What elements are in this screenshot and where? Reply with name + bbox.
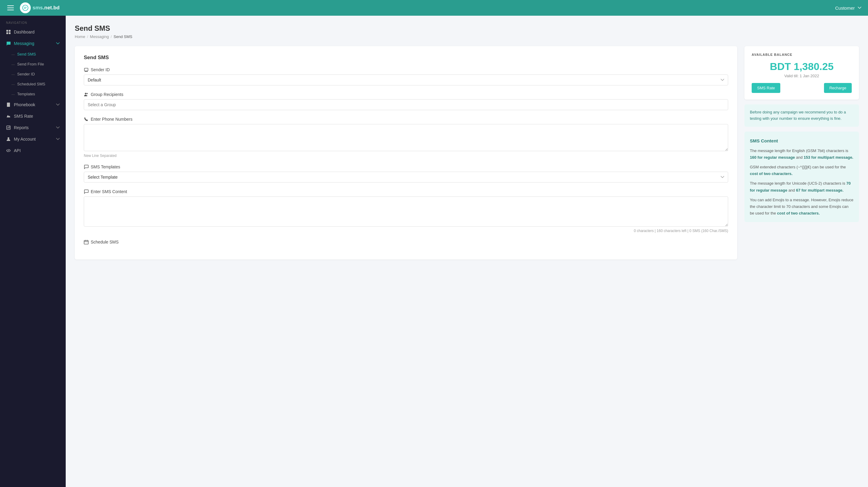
messaging-icon [6, 41, 11, 46]
phone-numbers-group: Enter Phone Numbers New Line Separated [84, 117, 728, 158]
phone-numbers-textarea[interactable] [84, 124, 728, 151]
api-icon [6, 148, 11, 153]
recharge-button[interactable]: Recharge [824, 83, 852, 93]
sms-info-p2: GSM extended characters (~^{}[]|€) can b… [750, 164, 854, 177]
chevron-down-icon [857, 5, 862, 10]
my-account-icon [6, 137, 11, 142]
group-recipients-input[interactable] [84, 99, 728, 110]
top-navigation: sms.net.bd Customer [0, 0, 868, 16]
sidebar: NAVIGATION Dashboard Messaging Send SMS … [0, 16, 66, 487]
sender-id-select[interactable]: Default [84, 75, 728, 85]
breadcrumb: Home / Messaging / Send SMS [75, 34, 859, 39]
breadcrumb-section[interactable]: Messaging [90, 34, 109, 39]
breadcrumb-sep: / [87, 34, 88, 39]
svg-rect-3 [6, 32, 8, 34]
info-text: Before doing any campaign we recommend y… [750, 110, 846, 121]
group-icon [84, 92, 89, 97]
right-panel: AVAILABLE BALANCE BDT 1,380.25 Valid til… [744, 46, 859, 222]
sidebar-subitem-send-sms[interactable]: Send SMS [0, 49, 66, 59]
sidebar-subitem-label: Send From File [17, 62, 44, 66]
sidebar-item-label: SMS Rate [14, 114, 33, 119]
top-nav-left: sms.net.bd [6, 2, 60, 13]
phone-icon [84, 117, 89, 122]
sidebar-item-my-account[interactable]: My Account [0, 133, 66, 145]
hamburger-button[interactable] [6, 4, 15, 11]
balance-value: 1,380.25 [794, 61, 833, 72]
svg-rect-1 [6, 30, 8, 32]
logo-text: sms.net.bd [33, 5, 60, 11]
chevron-icon [56, 126, 60, 130]
svg-rect-2 [9, 30, 10, 32]
sidebar-subitem-label: Templates [17, 92, 35, 96]
main-content: Send SMS Home / Messaging / Send SMS Sen… [66, 16, 868, 487]
sidebar-item-label: API [14, 148, 21, 153]
send-sms-card: Send SMS Sender ID Default Group Rec [75, 46, 737, 259]
sms-rate-icon [6, 114, 11, 119]
user-menu[interactable]: Customer [835, 5, 862, 10]
sms-info-bold: 67 for multipart message. [796, 188, 844, 193]
sms-content-textarea[interactable] [84, 196, 728, 227]
sms-content-icon [84, 189, 89, 194]
sms-info-p1: The message length for English (GSM 7bit… [750, 147, 854, 161]
sms-info-bold: 153 for multipart message. [804, 155, 854, 160]
info-card: Before doing any campaign we recommend y… [744, 105, 859, 127]
sidebar-item-reports[interactable]: Reports [0, 122, 66, 133]
sms-templates-label: SMS Templates [84, 165, 728, 169]
svg-rect-4 [9, 32, 10, 34]
svg-point-6 [7, 137, 9, 139]
schedule-sms-group: Schedule SMS [84, 239, 728, 245]
sidebar-item-sms-rate[interactable]: SMS Rate [0, 110, 66, 122]
balance-currency: BDT [770, 61, 791, 72]
phone-numbers-hint: New Line Separated [84, 153, 728, 158]
chevron-icon [56, 103, 60, 107]
breadcrumb-home[interactable]: Home [75, 34, 85, 39]
sidebar-subitem-label: Sender ID [17, 72, 35, 76]
svg-point-8 [85, 93, 87, 94]
sidebar-subitem-send-from-file[interactable]: Send From File [0, 59, 66, 69]
schedule-sms-label: Schedule SMS [84, 239, 728, 245]
phone-numbers-label: Enter Phone Numbers [84, 117, 728, 122]
svg-point-9 [87, 93, 88, 94]
sidebar-item-label: My Account [14, 137, 36, 142]
template-icon [84, 165, 89, 169]
group-recipients-group: Group Recipients [84, 92, 728, 110]
sidebar-subitem-sender-id[interactable]: Sender ID [0, 69, 66, 79]
balance-amount: BDT 1,380.25 [752, 61, 852, 73]
sms-content-info-card: SMS Content The message length for Engli… [744, 132, 859, 222]
svg-rect-10 [84, 240, 88, 244]
sms-content-group: Enter SMS Content 0 characters | 160 cha… [84, 189, 728, 233]
calendar-icon [84, 239, 89, 245]
chevron-icon [56, 41, 60, 45]
sidebar-item-phonebook[interactable]: Phonebook [0, 99, 66, 110]
phonebook-icon [6, 102, 11, 107]
sms-templates-group: SMS Templates Select Template [84, 165, 728, 182]
sidebar-item-label: Dashboard [14, 30, 35, 34]
balance-valid: Valid till: 1 Jan 2022 [752, 74, 852, 78]
sms-templates-select[interactable]: Select Template [84, 172, 728, 182]
sms-content-label: Enter SMS Content [84, 189, 728, 194]
sidebar-item-messaging[interactable]: Messaging [0, 38, 66, 49]
balance-actions: SMS Rate Recharge [752, 83, 852, 93]
sidebar-item-dashboard[interactable]: Dashboard [0, 26, 66, 38]
sidebar-item-label: Messaging [14, 41, 34, 46]
dashboard-icon [6, 30, 11, 34]
sender-id-icon [84, 67, 89, 72]
chevron-icon [56, 137, 60, 141]
breadcrumb-current: Send SMS [114, 34, 132, 39]
sms-content-info-title: SMS Content [750, 137, 854, 145]
sender-id-label: Sender ID [84, 67, 728, 72]
reports-icon [6, 125, 11, 130]
group-recipients-label: Group Recipients [84, 92, 728, 97]
sidebar-subitem-scheduled-sms[interactable]: Scheduled SMS [0, 79, 66, 89]
sms-rate-button[interactable]: SMS Rate [752, 83, 780, 93]
sms-info-bold: cost of two characters. [750, 171, 793, 176]
sidebar-subitem-templates[interactable]: Templates [0, 89, 66, 99]
user-label: Customer [835, 5, 855, 10]
page-title: Send SMS [75, 24, 859, 33]
sender-id-group: Sender ID Default [84, 67, 728, 85]
sidebar-item-label: Reports [14, 125, 29, 130]
logo-icon [20, 2, 31, 13]
sms-info-bold: 160 for regular message [750, 155, 795, 160]
sidebar-item-api[interactable]: API [0, 145, 66, 156]
svg-point-0 [23, 5, 28, 10]
